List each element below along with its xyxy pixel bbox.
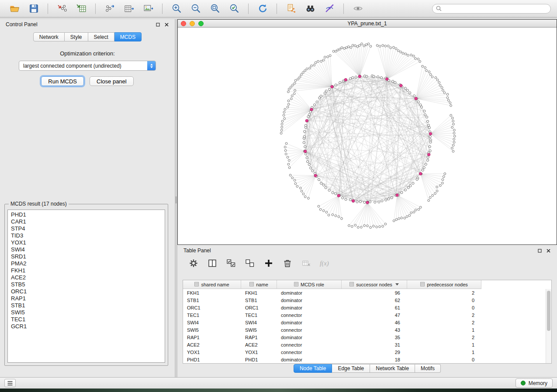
binoculars-button[interactable] bbox=[302, 2, 318, 15]
table-row[interactable]: FKH1FKH1dominator962 bbox=[183, 289, 551, 296]
table-row[interactable]: TEC1TEC1connector472 bbox=[183, 311, 551, 319]
float-panel-icon[interactable] bbox=[156, 22, 160, 27]
table-cell: 2 bbox=[407, 320, 481, 325]
deselect-all-button[interactable] bbox=[244, 258, 256, 269]
column-options-icon[interactable] bbox=[420, 282, 425, 287]
export-network-button[interactable] bbox=[101, 2, 118, 15]
sort-caret-icon[interactable] bbox=[395, 283, 399, 285]
table-row[interactable]: STB1STB1dominator620 bbox=[183, 296, 551, 304]
column-header-predecessor-nodes[interactable]: predecessor nodes bbox=[407, 280, 481, 289]
tab-network[interactable]: Network bbox=[33, 32, 65, 41]
memory-button[interactable]: Memory bbox=[515, 378, 553, 388]
search-input[interactable] bbox=[444, 5, 547, 12]
scrollbar-thumb[interactable] bbox=[547, 291, 550, 331]
add-column-button[interactable] bbox=[263, 258, 274, 269]
close-table-panel-icon[interactable] bbox=[546, 248, 551, 253]
mcds-result-item[interactable]: TID3 bbox=[8, 232, 165, 239]
import-table-button[interactable] bbox=[73, 2, 90, 15]
mcds-result-item[interactable]: PMA2 bbox=[8, 260, 165, 267]
table-row[interactable]: YOX1YOX1connector291 bbox=[183, 348, 551, 356]
settings-gear-button[interactable] bbox=[188, 258, 199, 269]
tab-mcds[interactable]: MCDS bbox=[114, 32, 142, 41]
window-maximize-icon[interactable] bbox=[198, 21, 204, 26]
filter-button[interactable] bbox=[321, 2, 338, 15]
network-canvas[interactable] bbox=[178, 28, 557, 244]
mcds-result-item[interactable]: STP4 bbox=[8, 225, 165, 232]
select-all-icon bbox=[226, 258, 236, 268]
search-icon bbox=[436, 6, 442, 11]
mcds-result-item[interactable]: CAR1 bbox=[8, 218, 165, 225]
table-scrollbar[interactable] bbox=[546, 289, 551, 363]
mcds-result-list[interactable]: PHD1CAR1STP4TID3YOX1SWI4SRD1PMA2FKH1ACE2… bbox=[7, 210, 165, 363]
table-row[interactable]: ACE2ACE2connector311 bbox=[183, 341, 551, 348]
tab-network-table[interactable]: Network Table bbox=[370, 364, 415, 373]
search-box[interactable] bbox=[432, 4, 551, 14]
table-panel-title: Table Panel bbox=[183, 248, 211, 254]
table-row[interactable]: RAP1RAP1dominator352 bbox=[183, 334, 551, 341]
table-row[interactable]: PHD1PHD1dominator180 bbox=[183, 356, 551, 363]
import-network-button[interactable] bbox=[54, 2, 70, 15]
share-document-button[interactable] bbox=[283, 2, 299, 15]
mcds-result-item[interactable]: FKH1 bbox=[8, 267, 165, 274]
save-button[interactable] bbox=[25, 2, 42, 15]
export-table-button[interactable] bbox=[121, 2, 137, 15]
column-header-shared-name[interactable]: shared name bbox=[183, 280, 241, 289]
zoom-out-button[interactable] bbox=[187, 2, 204, 15]
tab-style[interactable]: Style bbox=[65, 32, 88, 41]
toggle-columns-icon bbox=[207, 258, 218, 268]
mcds-result-item[interactable]: ORC1 bbox=[8, 288, 165, 295]
mcds-result-item[interactable]: STB5 bbox=[8, 281, 165, 288]
zoom-fit-button[interactable] bbox=[207, 2, 223, 15]
window-minimize-icon[interactable] bbox=[190, 21, 195, 26]
refresh-button[interactable] bbox=[254, 2, 271, 15]
column-header-successor-nodes[interactable]: successor nodes bbox=[342, 280, 407, 289]
mcds-result-item[interactable]: TEC1 bbox=[8, 316, 165, 323]
zoom-in-button[interactable] bbox=[168, 2, 185, 15]
tab-select[interactable]: Select bbox=[88, 32, 114, 41]
mcds-result-item[interactable]: PHD1 bbox=[8, 211, 165, 218]
open-folder-button[interactable] bbox=[6, 2, 23, 15]
table-cell: FKH1 bbox=[183, 290, 241, 296]
table-row[interactable]: ORC1ORC1dominator610 bbox=[183, 304, 551, 311]
export-image-button[interactable] bbox=[140, 2, 156, 15]
mcds-result-item[interactable]: STB1 bbox=[8, 302, 165, 309]
column-options-icon[interactable] bbox=[249, 282, 254, 287]
delete-column-button[interactable] bbox=[282, 258, 293, 269]
column-options-icon[interactable] bbox=[194, 282, 199, 287]
run-mcds-button[interactable]: Run MCDS bbox=[41, 76, 84, 86]
mcds-result-item[interactable]: SRD1 bbox=[8, 253, 165, 260]
mcds-result-item[interactable]: SWI5 bbox=[8, 309, 165, 316]
close-panel-icon[interactable] bbox=[164, 22, 169, 27]
column-options-icon[interactable] bbox=[294, 282, 298, 287]
window-close-icon[interactable] bbox=[181, 21, 186, 26]
optimization-criterion-select[interactable]: largest connected component (undirected) bbox=[19, 61, 156, 71]
tab-motifs[interactable]: Motifs bbox=[415, 364, 441, 373]
export-image-icon bbox=[143, 3, 154, 14]
tab-node-table[interactable]: Node Table bbox=[294, 364, 332, 373]
show-hide-button[interactable] bbox=[349, 2, 366, 15]
column-header-name[interactable]: name bbox=[241, 280, 277, 289]
table-cell: YOX1 bbox=[241, 350, 277, 355]
column-header-MCDS-role[interactable]: MCDS role bbox=[277, 280, 342, 289]
zoom-selected-button[interactable] bbox=[226, 2, 242, 15]
mcds-result-item[interactable]: SWI4 bbox=[8, 246, 165, 253]
select-all-button[interactable] bbox=[225, 258, 237, 269]
status-bar: Memory bbox=[0, 377, 557, 389]
task-history-button[interactable] bbox=[4, 379, 16, 387]
close-panel-button[interactable]: Close panel bbox=[90, 76, 134, 86]
splitter-handle[interactable] bbox=[176, 196, 176, 203]
mcds-result-item[interactable]: YOX1 bbox=[8, 239, 165, 246]
table-row[interactable]: SWI4SWI4dominator462 bbox=[183, 319, 551, 326]
tab-edge-table[interactable]: Edge Table bbox=[332, 364, 370, 373]
network-graph[interactable] bbox=[178, 28, 557, 244]
zoom-selected-icon bbox=[229, 3, 240, 14]
toggle-columns-button[interactable] bbox=[207, 258, 218, 269]
float-table-panel-icon[interactable] bbox=[537, 248, 542, 253]
table-panel-header: Table Panel bbox=[177, 245, 557, 254]
mcds-result-item[interactable]: RAP1 bbox=[8, 295, 165, 302]
mcds-result-item[interactable]: GCR1 bbox=[8, 323, 165, 330]
column-options-icon[interactable] bbox=[349, 282, 354, 287]
table-cell: TEC1 bbox=[183, 313, 241, 318]
mcds-result-item[interactable]: ACE2 bbox=[8, 274, 165, 281]
table-row[interactable]: SWI5SWI5connector431 bbox=[183, 326, 551, 334]
